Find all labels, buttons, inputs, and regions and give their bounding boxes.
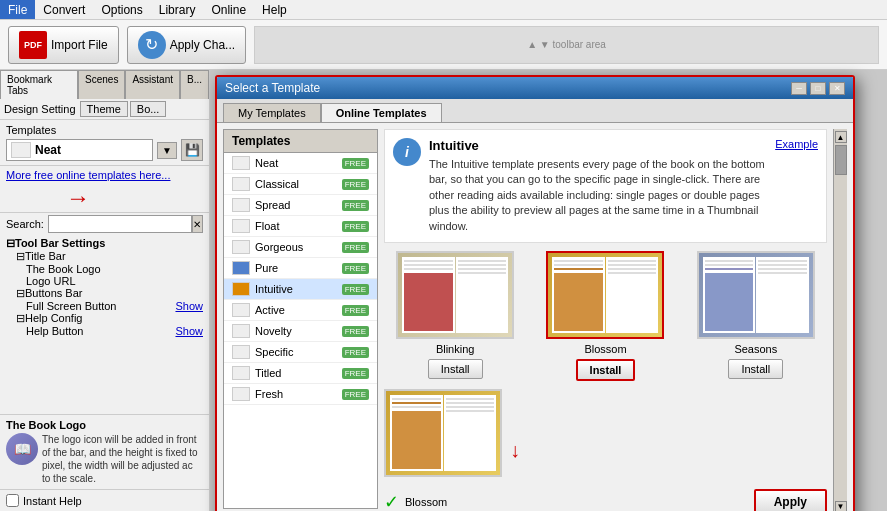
tab-bookmark[interactable]: Bookmark Tabs bbox=[0, 70, 78, 99]
blossom-large-preview[interactable] bbox=[384, 389, 502, 477]
modal-bottom-row: ✓ Blossom Apply bbox=[384, 485, 827, 511]
scroll-up-button[interactable]: ▲ bbox=[835, 131, 847, 143]
fullscreen-show-link[interactable]: Show bbox=[175, 300, 203, 312]
active-label: Active bbox=[255, 304, 285, 316]
instant-help-checkbox[interactable] bbox=[6, 494, 19, 507]
template-icon-small bbox=[11, 142, 31, 158]
template-item-spread[interactable]: Spread FREE bbox=[224, 195, 377, 216]
second-preview-row: ↓ bbox=[384, 389, 827, 477]
menu-library[interactable]: Library bbox=[151, 0, 204, 19]
pure-free-badge: FREE bbox=[342, 263, 369, 274]
template-item-novelty[interactable]: Novelty FREE bbox=[224, 321, 377, 342]
seasons-thumbnail[interactable] bbox=[697, 251, 815, 339]
blinking-label: Blinking bbox=[436, 343, 475, 355]
neat-icon bbox=[232, 156, 250, 170]
spread-free-badge: FREE bbox=[342, 200, 369, 211]
blossom-thumbnail[interactable] bbox=[546, 251, 664, 339]
menu-help[interactable]: Help bbox=[254, 0, 295, 19]
tab-scenes[interactable]: Scenes bbox=[78, 70, 125, 99]
fresh-label: Fresh bbox=[255, 388, 283, 400]
pure-label: Pure bbox=[255, 262, 278, 274]
intuitive-icon bbox=[232, 282, 250, 296]
scroll-down-button[interactable]: ▼ bbox=[835, 501, 847, 511]
search-input[interactable] bbox=[48, 215, 192, 233]
template-item-intuitive[interactable]: Intuitive FREE bbox=[224, 279, 377, 300]
blinking-thumbnail[interactable] bbox=[396, 251, 514, 339]
tree-item-buttonsbar[interactable]: ⊟Buttons Bar bbox=[6, 287, 203, 300]
templates-list-header: Templates bbox=[224, 130, 377, 153]
modal-tab-my-templates[interactable]: My Templates bbox=[223, 103, 321, 122]
float-icon bbox=[232, 219, 250, 233]
template-save-button[interactable]: 💾 bbox=[181, 139, 203, 161]
tree-item-booklogo[interactable]: The Book Logo bbox=[6, 263, 203, 275]
modal-tab-online-templates[interactable]: Online Templates bbox=[321, 103, 442, 122]
online-templates-link[interactable]: More free online templates here... bbox=[6, 169, 170, 181]
settings-tree: ⊟Tool Bar Settings ⊟Title Bar The Book L… bbox=[0, 235, 209, 414]
template-list: Templates Neat FREE Classical FREE Sprea… bbox=[223, 129, 378, 509]
template-detail-area: i Intuitive The Intuitive template prese… bbox=[384, 129, 827, 511]
modal-restore-button[interactable]: □ bbox=[810, 82, 826, 95]
helpbutton-show-link[interactable]: Show bbox=[175, 325, 203, 337]
modal-scrollbar[interactable]: ▲ ▼ bbox=[833, 129, 847, 511]
template-item-active[interactable]: Active FREE bbox=[224, 300, 377, 321]
tree-item-logourl[interactable]: Logo URL bbox=[6, 275, 203, 287]
theme-tab[interactable]: Theme bbox=[80, 101, 128, 117]
gorgeous-icon bbox=[232, 240, 250, 254]
menu-file[interactable]: File bbox=[0, 0, 35, 19]
intuitive-label: Intuitive bbox=[255, 283, 293, 295]
red-arrow-annotation: → bbox=[0, 184, 209, 212]
float-free-badge: FREE bbox=[342, 221, 369, 232]
intuitive-free-badge: FREE bbox=[342, 284, 369, 295]
bo-tab[interactable]: Bo... bbox=[130, 101, 167, 117]
fresh-free-badge: FREE bbox=[342, 389, 369, 400]
blinking-install-button[interactable]: Install bbox=[428, 359, 483, 379]
template-item-gorgeous[interactable]: Gorgeous FREE bbox=[224, 237, 377, 258]
template-item-specific[interactable]: Specific FREE bbox=[224, 342, 377, 363]
template-dropdown[interactable]: Neat bbox=[6, 139, 153, 161]
selected-template-label: Blossom bbox=[405, 496, 447, 508]
instant-help-label: Instant Help bbox=[23, 495, 82, 507]
tree-item-helpconfig[interactable]: ⊟Help Config bbox=[6, 312, 203, 325]
tab-b[interactable]: B... bbox=[180, 70, 209, 99]
design-setting-label: Design Setting bbox=[4, 103, 76, 115]
red-arrow-apply: ↓ bbox=[510, 389, 520, 462]
template-item-classical[interactable]: Classical FREE bbox=[224, 174, 377, 195]
template-item-pure[interactable]: Pure FREE bbox=[224, 258, 377, 279]
menu-convert[interactable]: Convert bbox=[35, 0, 93, 19]
blossom-label: Blossom bbox=[584, 343, 626, 355]
tree-item-helpbutton[interactable]: Help ButtonShow bbox=[6, 325, 203, 337]
apply-icon: ↻ bbox=[138, 31, 166, 59]
template-item-titled[interactable]: Titled FREE bbox=[224, 363, 377, 384]
tree-item-titlebar[interactable]: ⊟Title Bar bbox=[6, 250, 203, 263]
seasons-install-button[interactable]: Install bbox=[728, 359, 783, 379]
pure-icon bbox=[232, 261, 250, 275]
apply-button[interactable]: Apply bbox=[754, 489, 827, 511]
template-dropdown-arrow[interactable]: ▼ bbox=[157, 142, 177, 159]
tree-item-fullscreen[interactable]: Full Screen ButtonShow bbox=[6, 300, 203, 312]
tree-item-toolbar[interactable]: ⊟Tool Bar Settings bbox=[6, 237, 203, 250]
book-logo-section: The Book Logo 📖 The logo icon will be ad… bbox=[0, 414, 209, 489]
modal-minimize-button[interactable]: ─ bbox=[791, 82, 807, 95]
search-label: Search: bbox=[6, 218, 44, 230]
float-label: Float bbox=[255, 220, 279, 232]
specific-icon bbox=[232, 345, 250, 359]
search-clear-button[interactable]: ✕ bbox=[192, 215, 203, 233]
neat-free-badge: FREE bbox=[342, 158, 369, 169]
modal-title: Select a Template bbox=[225, 81, 320, 95]
novelty-label: Novelty bbox=[255, 325, 292, 337]
example-link[interactable]: Example bbox=[775, 138, 818, 150]
template-item-fresh[interactable]: Fresh FREE bbox=[224, 384, 377, 405]
active-free-badge: FREE bbox=[342, 305, 369, 316]
scroll-thumb[interactable] bbox=[835, 145, 847, 175]
templates-label: Templates bbox=[6, 124, 203, 136]
blossom-install-button[interactable]: Install bbox=[576, 359, 636, 381]
modal-close-button[interactable]: ✕ bbox=[829, 82, 845, 95]
template-item-neat[interactable]: Neat FREE bbox=[224, 153, 377, 174]
menu-options[interactable]: Options bbox=[93, 0, 150, 19]
apply-changes-button[interactable]: ↻ Apply Cha... bbox=[127, 26, 246, 64]
tab-assistant[interactable]: Assistant bbox=[125, 70, 180, 99]
import-file-button[interactable]: PDF Import File bbox=[8, 26, 119, 64]
titled-icon bbox=[232, 366, 250, 380]
template-item-float[interactable]: Float FREE bbox=[224, 216, 377, 237]
menu-online[interactable]: Online bbox=[203, 0, 254, 19]
